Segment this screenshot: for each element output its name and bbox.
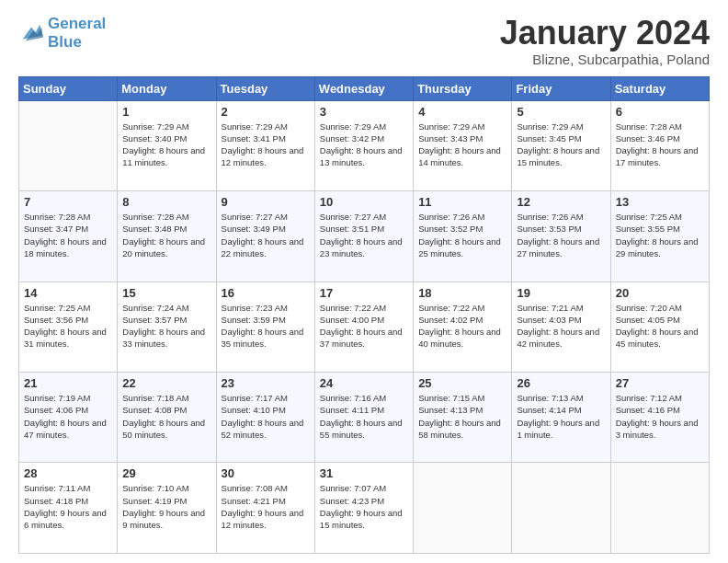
- logo-icon: [18, 20, 44, 46]
- day-info: Sunrise: 7:25 AMSunset: 3:56 PMDaylight:…: [24, 302, 112, 350]
- calendar-cell: 21Sunrise: 7:19 AMSunset: 4:06 PMDayligh…: [19, 373, 118, 463]
- day-info: Sunrise: 7:19 AMSunset: 4:06 PMDaylight:…: [24, 392, 112, 441]
- calendar-cell: 18Sunrise: 7:22 AMSunset: 4:02 PMDayligh…: [414, 282, 512, 372]
- calendar-cell: 12Sunrise: 7:26 AMSunset: 3:53 PMDayligh…: [512, 191, 610, 282]
- day-number: 28: [24, 466, 112, 480]
- day-info: Sunrise: 7:24 AMSunset: 3:57 PMDaylight:…: [122, 302, 210, 350]
- day-number: 12: [517, 195, 605, 209]
- day-info: Sunrise: 7:15 AMSunset: 4:13 PMDaylight:…: [418, 392, 506, 441]
- day-number: 10: [320, 195, 408, 209]
- day-info: Sunrise: 7:16 AMSunset: 4:11 PMDaylight:…: [320, 392, 408, 441]
- calendar-week-5: 28Sunrise: 7:11 AMSunset: 4:18 PMDayligh…: [19, 463, 710, 554]
- page: General Blue January 2024 Blizne, Subcar…: [0, 0, 728, 563]
- col-header-tuesday: Tuesday: [216, 76, 314, 100]
- day-info: Sunrise: 7:12 AMSunset: 4:16 PMDaylight:…: [616, 392, 704, 441]
- col-header-sunday: Sunday: [19, 76, 118, 100]
- calendar-header-row: SundayMondayTuesdayWednesdayThursdayFrid…: [19, 76, 710, 100]
- day-info: Sunrise: 7:29 AMSunset: 3:40 PMDaylight:…: [122, 121, 210, 169]
- day-number: 5: [517, 105, 605, 119]
- calendar-cell: 8Sunrise: 7:28 AMSunset: 3:48 PMDaylight…: [118, 191, 216, 282]
- day-number: 15: [122, 286, 210, 300]
- calendar-cell: 11Sunrise: 7:26 AMSunset: 3:52 PMDayligh…: [414, 191, 512, 282]
- day-number: 30: [222, 466, 310, 480]
- day-number: 11: [418, 195, 506, 209]
- day-number: 26: [517, 376, 605, 390]
- day-info: Sunrise: 7:29 AMSunset: 3:45 PMDaylight:…: [517, 121, 605, 169]
- calendar-cell: 5Sunrise: 7:29 AMSunset: 3:45 PMDaylight…: [512, 100, 610, 190]
- calendar-cell: 16Sunrise: 7:23 AMSunset: 3:59 PMDayligh…: [216, 282, 314, 372]
- day-info: Sunrise: 7:18 AMSunset: 4:08 PMDaylight:…: [122, 392, 210, 441]
- calendar-week-2: 7Sunrise: 7:28 AMSunset: 3:47 PMDaylight…: [19, 191, 710, 282]
- day-number: 21: [24, 376, 112, 390]
- day-number: 13: [616, 195, 704, 209]
- day-info: Sunrise: 7:28 AMSunset: 3:46 PMDaylight:…: [616, 121, 704, 169]
- day-number: 25: [418, 376, 506, 390]
- day-number: 9: [222, 195, 310, 209]
- day-info: Sunrise: 7:25 AMSunset: 3:55 PMDaylight:…: [616, 211, 704, 259]
- day-info: Sunrise: 7:08 AMSunset: 4:21 PMDaylight:…: [222, 482, 310, 531]
- calendar-week-3: 14Sunrise: 7:25 AMSunset: 3:56 PMDayligh…: [19, 282, 710, 372]
- day-number: 23: [222, 376, 310, 390]
- logo: General Blue: [18, 15, 106, 51]
- calendar-cell: 1Sunrise: 7:29 AMSunset: 3:40 PMDaylight…: [118, 100, 216, 190]
- day-info: Sunrise: 7:27 AMSunset: 3:51 PMDaylight:…: [320, 211, 408, 259]
- calendar-cell: 4Sunrise: 7:29 AMSunset: 3:43 PMDaylight…: [414, 100, 512, 190]
- logo-text: General Blue: [48, 15, 106, 51]
- calendar-cell: 23Sunrise: 7:17 AMSunset: 4:10 PMDayligh…: [216, 373, 314, 463]
- calendar-cell: 31Sunrise: 7:07 AMSunset: 4:23 PMDayligh…: [314, 463, 413, 554]
- calendar-cell: 15Sunrise: 7:24 AMSunset: 3:57 PMDayligh…: [118, 282, 216, 372]
- day-info: Sunrise: 7:20 AMSunset: 4:05 PMDaylight:…: [616, 302, 704, 350]
- calendar-cell: 20Sunrise: 7:20 AMSunset: 4:05 PMDayligh…: [610, 282, 709, 372]
- day-number: 16: [222, 286, 310, 300]
- day-info: Sunrise: 7:07 AMSunset: 4:23 PMDaylight:…: [320, 482, 408, 531]
- calendar-cell: 9Sunrise: 7:27 AMSunset: 3:49 PMDaylight…: [216, 191, 314, 282]
- day-number: 3: [320, 105, 408, 119]
- calendar-cell: 30Sunrise: 7:08 AMSunset: 4:21 PMDayligh…: [216, 463, 314, 554]
- day-number: 18: [418, 286, 506, 300]
- day-number: 27: [616, 376, 704, 390]
- day-number: 20: [616, 286, 704, 300]
- calendar-cell: 27Sunrise: 7:12 AMSunset: 4:16 PMDayligh…: [610, 373, 709, 463]
- day-number: 6: [616, 105, 704, 119]
- col-header-friday: Friday: [512, 76, 610, 100]
- calendar-week-4: 21Sunrise: 7:19 AMSunset: 4:06 PMDayligh…: [19, 373, 710, 463]
- day-info: Sunrise: 7:17 AMSunset: 4:10 PMDaylight:…: [222, 392, 310, 441]
- day-info: Sunrise: 7:29 AMSunset: 3:41 PMDaylight:…: [222, 121, 310, 169]
- calendar-cell: 7Sunrise: 7:28 AMSunset: 3:47 PMDaylight…: [19, 191, 118, 282]
- calendar-cell: 22Sunrise: 7:18 AMSunset: 4:08 PMDayligh…: [118, 373, 216, 463]
- col-header-wednesday: Wednesday: [314, 76, 413, 100]
- day-number: 31: [320, 466, 408, 480]
- day-info: Sunrise: 7:28 AMSunset: 3:47 PMDaylight:…: [24, 211, 112, 259]
- header: General Blue January 2024 Blizne, Subcar…: [18, 15, 710, 67]
- calendar-cell: 6Sunrise: 7:28 AMSunset: 3:46 PMDaylight…: [610, 100, 709, 190]
- day-info: Sunrise: 7:22 AMSunset: 4:02 PMDaylight:…: [418, 302, 506, 350]
- col-header-saturday: Saturday: [610, 76, 709, 100]
- day-number: 1: [122, 105, 210, 119]
- day-info: Sunrise: 7:27 AMSunset: 3:49 PMDaylight:…: [222, 211, 310, 259]
- day-number: 29: [122, 466, 210, 480]
- day-info: Sunrise: 7:26 AMSunset: 3:53 PMDaylight:…: [517, 211, 605, 259]
- day-number: 8: [122, 195, 210, 209]
- col-header-monday: Monday: [118, 76, 216, 100]
- calendar-cell: 28Sunrise: 7:11 AMSunset: 4:18 PMDayligh…: [19, 463, 118, 554]
- day-info: Sunrise: 7:22 AMSunset: 4:00 PMDaylight:…: [320, 302, 408, 350]
- calendar-cell: 13Sunrise: 7:25 AMSunset: 3:55 PMDayligh…: [610, 191, 709, 282]
- day-number: 4: [418, 105, 506, 119]
- calendar-cell: 10Sunrise: 7:27 AMSunset: 3:51 PMDayligh…: [314, 191, 413, 282]
- calendar-cell: 25Sunrise: 7:15 AMSunset: 4:13 PMDayligh…: [414, 373, 512, 463]
- month-title: January 2024: [500, 15, 710, 52]
- col-header-thursday: Thursday: [414, 76, 512, 100]
- day-info: Sunrise: 7:10 AMSunset: 4:19 PMDaylight:…: [122, 482, 210, 531]
- day-number: 2: [222, 105, 310, 119]
- day-info: Sunrise: 7:23 AMSunset: 3:59 PMDaylight:…: [222, 302, 310, 350]
- calendar-cell: 17Sunrise: 7:22 AMSunset: 4:00 PMDayligh…: [314, 282, 413, 372]
- calendar-cell: [414, 463, 512, 554]
- calendar-cell: 3Sunrise: 7:29 AMSunset: 3:42 PMDaylight…: [314, 100, 413, 190]
- title-block: January 2024 Blizne, Subcarpathia, Polan…: [500, 15, 710, 67]
- day-number: 22: [122, 376, 210, 390]
- day-info: Sunrise: 7:29 AMSunset: 3:43 PMDaylight:…: [418, 121, 506, 169]
- calendar-cell: [512, 463, 610, 554]
- day-number: 19: [517, 286, 605, 300]
- day-number: 14: [24, 286, 112, 300]
- day-info: Sunrise: 7:28 AMSunset: 3:48 PMDaylight:…: [122, 211, 210, 259]
